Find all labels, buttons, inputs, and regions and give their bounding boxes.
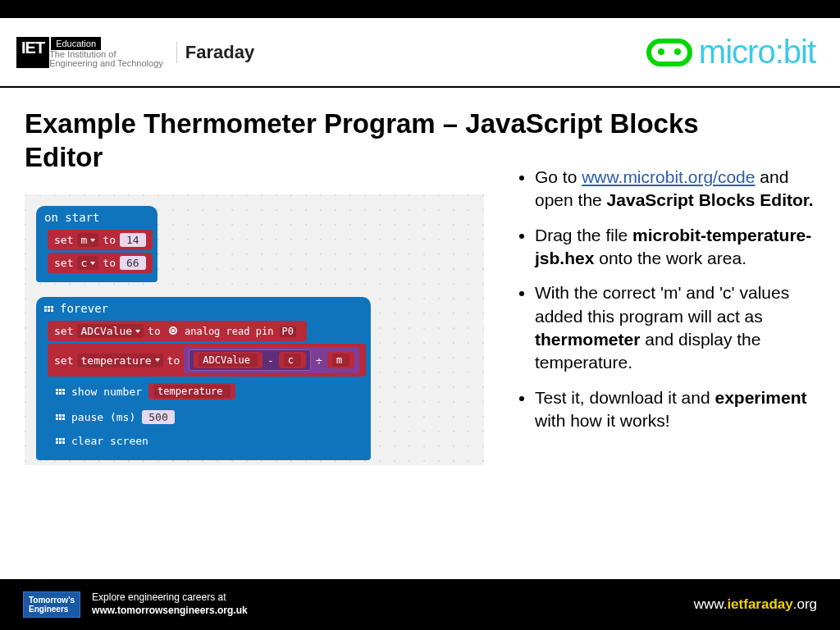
iet-subtitle-2: Engineering and Technology bbox=[49, 59, 163, 68]
show-number-label: show number bbox=[71, 386, 142, 398]
forever-block[interactable]: forever set ADCValue to analog read pin … bbox=[36, 297, 371, 460]
to-keyword: to bbox=[167, 354, 180, 367]
blocks-canvas: on start set m to 14 set c to 66 bbox=[25, 194, 484, 465]
adc-reporter[interactable]: ADCValue bbox=[199, 354, 258, 367]
list-item: Test it, download it and experiment with… bbox=[535, 386, 815, 433]
analog-read-block[interactable]: analog read pin P0 bbox=[165, 325, 300, 338]
clear-screen-label: clear screen bbox=[71, 435, 148, 447]
math-divide-block[interactable]: ADCValue - c ÷ m bbox=[184, 347, 359, 373]
c-value-field[interactable]: 66 bbox=[120, 256, 146, 270]
forever-label: forever bbox=[60, 302, 108, 315]
var-m-dropdown[interactable]: m bbox=[77, 233, 98, 247]
iet-mark: IET bbox=[16, 37, 49, 68]
tomorrows-engineers-badge: Tomorrow's Engineers bbox=[23, 591, 80, 618]
to-keyword: to bbox=[148, 325, 161, 337]
grid-icon bbox=[56, 414, 65, 420]
top-black-bar bbox=[0, 0, 840, 18]
header: IET Education The Institution of Enginee… bbox=[0, 18, 840, 88]
on-start-label: on start bbox=[36, 206, 158, 227]
to-keyword: to bbox=[103, 257, 116, 269]
footer: Tomorrow's Engineers Explore engineering… bbox=[0, 579, 840, 630]
var-c-dropdown[interactable]: c bbox=[77, 256, 98, 270]
clear-screen-block[interactable]: clear screen bbox=[48, 431, 157, 451]
footer-url[interactable]: www.ietfaraday.org bbox=[694, 596, 817, 613]
set-keyword: set bbox=[54, 257, 73, 269]
microbit-logo: micro:bit bbox=[646, 34, 815, 71]
set-temperature-row[interactable]: set temperature to ADCValue - c ÷ m bbox=[48, 344, 366, 377]
tomorrows-engineers-url[interactable]: www.tomorrowsengineers.org.uk bbox=[92, 605, 248, 616]
temperature-reporter[interactable]: temperature bbox=[153, 385, 230, 398]
m-reporter[interactable]: m bbox=[332, 354, 349, 367]
microbit-icon bbox=[646, 39, 692, 66]
radio-icon bbox=[169, 326, 177, 335]
microbit-text: micro:bit bbox=[699, 34, 815, 71]
iet-subtitle-1: The Institution of bbox=[49, 50, 163, 59]
list-item: Drag the file microbit-temperature-jsb.h… bbox=[535, 224, 815, 271]
var-adc-dropdown[interactable]: ADCValue bbox=[77, 324, 144, 338]
grid-icon bbox=[56, 389, 65, 395]
math-minus-block[interactable]: ADCValue - c bbox=[189, 349, 311, 371]
m-value-field[interactable]: 14 bbox=[120, 233, 146, 247]
c-reporter[interactable]: c bbox=[284, 354, 301, 367]
on-start-block[interactable]: on start set m to 14 set c to 66 bbox=[36, 206, 158, 282]
minus-operator[interactable]: - bbox=[267, 354, 274, 367]
set-adcvalue-row[interactable]: set ADCValue to analog read pin P0 bbox=[48, 321, 307, 341]
pin-dropdown[interactable]: P0 bbox=[280, 326, 296, 337]
set-keyword: set bbox=[54, 234, 73, 246]
instruction-list: Go to www.microbit.org/code and open the… bbox=[517, 166, 815, 432]
faraday-label: Faraday bbox=[176, 42, 254, 63]
divide-operator[interactable]: ÷ bbox=[316, 354, 322, 367]
pause-label: pause (ms) bbox=[71, 411, 135, 423]
pause-value-field[interactable]: 500 bbox=[142, 410, 174, 424]
iet-education-label: Education bbox=[51, 37, 101, 50]
show-number-block[interactable]: show number temperature bbox=[48, 379, 244, 404]
var-temp-dropdown[interactable]: temperature bbox=[77, 354, 162, 368]
set-c-row[interactable]: set c to 66 bbox=[48, 253, 153, 273]
to-keyword: to bbox=[103, 234, 116, 246]
set-keyword: set bbox=[54, 325, 73, 337]
set-keyword: set bbox=[54, 354, 73, 367]
footer-careers-text: Explore engineering careers at www.tomor… bbox=[92, 591, 248, 617]
list-item: With the correct 'm' and 'c' values adde… bbox=[535, 281, 815, 374]
page-title: Example Thermometer Program – JavaScript… bbox=[25, 107, 763, 175]
set-m-row[interactable]: set m to 14 bbox=[48, 230, 153, 250]
grid-icon bbox=[44, 306, 53, 312]
grid-icon bbox=[56, 438, 65, 444]
iet-logo-block: IET Education The Institution of Enginee… bbox=[16, 37, 254, 68]
pause-block[interactable]: pause (ms) 500 bbox=[48, 406, 183, 428]
